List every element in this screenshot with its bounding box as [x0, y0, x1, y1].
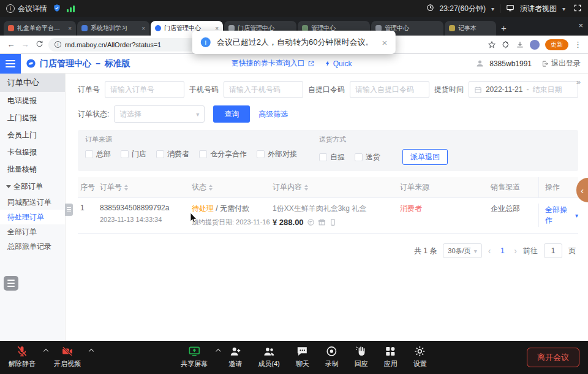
- sort-icon[interactable]: [124, 185, 128, 191]
- checkbox-store[interactable]: 门店: [121, 149, 146, 159]
- floating-menu-widget[interactable]: [4, 276, 18, 291]
- tab-close-icon[interactable]: ×: [68, 25, 72, 32]
- security-shield-icon[interactable]: [53, 4, 61, 14]
- search-button[interactable]: 查询: [213, 105, 250, 123]
- col-channel: 销售渠道: [491, 182, 538, 193]
- members-button[interactable]: 成员(4): [258, 345, 279, 368]
- checkbox-consumer[interactable]: 消费者: [156, 149, 189, 159]
- sort-icon[interactable]: [209, 185, 213, 191]
- current-page[interactable]: 1: [497, 246, 508, 255]
- calendar-icon: [474, 86, 482, 94]
- reactions-button[interactable]: 回应: [355, 345, 368, 368]
- all-actions-dropdown[interactable]: 全部操作 ▾: [545, 205, 578, 226]
- browser-menu-icon[interactable]: ⋮: [574, 40, 582, 49]
- toast-close-icon[interactable]: ×: [382, 37, 387, 48]
- chevron-up-icon[interactable]: [216, 349, 221, 354]
- browser-profile-avatar[interactable]: [530, 40, 540, 50]
- dispatch-return-button[interactable]: 派单退回: [402, 149, 448, 165]
- page-size-select[interactable]: 30条/页 ▾: [443, 243, 481, 258]
- extensions-icon[interactable]: [502, 40, 510, 49]
- collapse-chevrons-icon[interactable]: »: [576, 77, 581, 86]
- sidebar-toggle-button[interactable]: [0, 54, 21, 74]
- order-no-label: 订单号: [78, 85, 100, 95]
- sidebar-item-batch-verify[interactable]: 批量核销: [0, 161, 65, 178]
- browser-tab[interactable]: 记事本: [445, 21, 496, 36]
- phone-device-icon[interactable]: [329, 218, 337, 226]
- goto-page-input[interactable]: [544, 243, 562, 258]
- share-screen-button[interactable]: 共享屏幕: [181, 345, 213, 368]
- sidebar-item-card-submit[interactable]: 卡包提报: [0, 143, 65, 161]
- browser-tab[interactable]: 礼盒革命平台管理中心 ×: [4, 21, 76, 36]
- sidebar-item-door-submit[interactable]: 上门提报: [0, 109, 65, 126]
- sidebar-section-order-center[interactable]: 订单中心: [0, 74, 65, 92]
- view-mode-label[interactable]: 演讲者视图: [520, 4, 557, 14]
- remark-icon[interactable]: [307, 218, 315, 226]
- order-content-text: 1份XX生鲜羊肉礼盒3kg 礼盒: [273, 204, 400, 214]
- checkbox-delivery[interactable]: 送货: [355, 152, 380, 162]
- col-order-no[interactable]: 订单号: [100, 182, 192, 193]
- table-row: 1 8385934508899792a 2023-11-13 14:33:34 …: [78, 198, 578, 234]
- checkbox-self-pickup[interactable]: 自提: [319, 152, 345, 162]
- forward-icon[interactable]: →: [20, 40, 30, 49]
- invite-button[interactable]: 邀请: [228, 345, 242, 368]
- prev-page-icon[interactable]: ‹: [488, 246, 491, 256]
- user-avatar-icon: [475, 59, 484, 68]
- unmute-button[interactable]: 解除静音: [9, 345, 40, 368]
- gift-icon[interactable]: [318, 218, 326, 226]
- record-button[interactable]: 录制: [325, 345, 339, 368]
- coupon-query-entry-link[interactable]: 更快捷的券卡查询入口: [232, 58, 315, 69]
- new-tab-button[interactable]: +: [501, 23, 507, 33]
- apps-button[interactable]: 应用: [384, 345, 398, 368]
- sidebar-group-all-orders[interactable]: 全部订单: [0, 178, 65, 195]
- phone-input[interactable]: [229, 85, 298, 94]
- back-icon[interactable]: ←: [6, 40, 16, 49]
- chevron-up-icon[interactable]: [89, 349, 94, 354]
- checkbox-icon: [199, 150, 207, 158]
- timer-dropdown-caret[interactable]: ▾: [491, 6, 494, 12]
- checkbox-external[interactable]: 外部对接: [257, 149, 297, 159]
- order-status-select[interactable]: 请选择 ▾: [114, 105, 205, 123]
- logout-button[interactable]: 退出登录: [541, 58, 581, 69]
- sidebar-item-city-delivery-orders[interactable]: 同城配送订单: [0, 195, 65, 210]
- reload-icon[interactable]: [34, 40, 44, 50]
- cell-source: 消费者: [400, 204, 491, 214]
- fullscreen-icon[interactable]: [573, 4, 582, 14]
- bookmark-star-icon[interactable]: [488, 40, 496, 49]
- sidebar-item-hq-dispatch-records[interactable]: 总部派单记录: [0, 239, 65, 254]
- leave-meeting-button[interactable]: 离开会议: [527, 348, 579, 367]
- settings-button[interactable]: 设置: [413, 345, 427, 368]
- browser-tab[interactable]: 系统培训学习 ×: [77, 21, 149, 36]
- network-signal-icon[interactable]: [67, 5, 75, 12]
- start-video-button[interactable]: 开启视频: [54, 345, 86, 368]
- sidebar-item-member-visit[interactable]: 会员上门: [0, 126, 65, 143]
- download-icon[interactable]: [516, 40, 524, 49]
- next-page-icon[interactable]: ›: [514, 246, 517, 256]
- chevron-up-icon[interactable]: [43, 349, 48, 354]
- sidebar-item-all-orders[interactable]: 全部订单: [0, 224, 65, 239]
- start-video-label: 开启视频: [54, 359, 81, 368]
- quick-link[interactable]: Quick: [325, 59, 352, 68]
- window-close-icon[interactable]: ×: [578, 21, 583, 30]
- pickup-code-input[interactable]: [355, 85, 424, 94]
- col-action: 操作: [538, 177, 578, 197]
- col-status[interactable]: 状态: [192, 182, 273, 193]
- chevron-down-icon: [6, 185, 11, 188]
- app-logo: 门店管理中心 － 标准版: [26, 58, 130, 69]
- date-range-picker[interactable]: 2022-11-21 - 结束日期: [469, 81, 578, 98]
- checkbox-hq[interactable]: 总部: [85, 149, 111, 159]
- chat-button[interactable]: 聊天: [296, 345, 309, 368]
- order-no-input[interactable]: [110, 85, 179, 94]
- sort-icon[interactable]: [304, 185, 308, 191]
- tab-close-icon[interactable]: ×: [141, 25, 145, 32]
- col-content[interactable]: 订单内容: [273, 182, 400, 193]
- advanced-filter-link[interactable]: 高级筛选: [258, 109, 288, 120]
- browser-update-button[interactable]: 更新: [545, 39, 568, 50]
- checkbox-warehouse-share[interactable]: 仓分享合作: [199, 149, 247, 159]
- checkbox-icon: [156, 150, 164, 158]
- meeting-detail-button[interactable]: i 会议详情: [6, 4, 47, 14]
- sidebar-item-phone-submit[interactable]: 电话提报: [0, 92, 65, 109]
- view-dropdown-caret[interactable]: ▾: [562, 6, 565, 12]
- site-info-icon[interactable]: i: [55, 41, 61, 48]
- sidebar-pull-handle[interactable]: [65, 204, 73, 216]
- sidebar-item-pending-orders[interactable]: 待处理订单: [0, 210, 65, 224]
